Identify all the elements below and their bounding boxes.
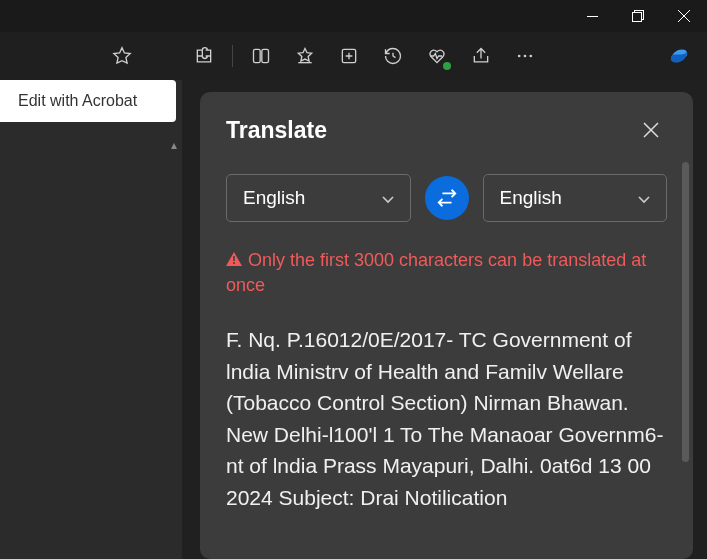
chevron-down-icon xyxy=(382,187,394,209)
svg-rect-3 xyxy=(262,49,269,62)
split-screen-icon[interactable] xyxy=(241,36,281,76)
browser-toolbar xyxy=(0,32,707,80)
extensions-icon[interactable] xyxy=(184,36,224,76)
swap-languages-button[interactable] xyxy=(425,176,469,220)
copilot-icon[interactable] xyxy=(663,40,695,72)
chevron-down-icon xyxy=(638,187,650,209)
language-selector-row: English English xyxy=(226,174,667,222)
translate-title: Translate xyxy=(226,117,327,144)
favorites-list-icon[interactable] xyxy=(285,36,325,76)
share-icon[interactable] xyxy=(461,36,501,76)
minimize-button[interactable] xyxy=(569,0,615,32)
panel-scrollbar[interactable] xyxy=(682,162,689,462)
warning-text: Only the first 3000 characters can be tr… xyxy=(226,250,646,295)
source-text[interactable]: F. Nq. P.16012/0E/2017- TC Government of… xyxy=(226,324,667,513)
scroll-up-arrow-icon[interactable]: ▴ xyxy=(171,138,177,152)
svg-rect-1 xyxy=(633,13,642,22)
from-language-label: English xyxy=(243,187,305,209)
edit-acrobat-button[interactable]: Edit with Acrobat xyxy=(0,80,176,122)
window-controls xyxy=(0,0,707,32)
collections-icon[interactable] xyxy=(329,36,369,76)
translate-panel: Translate English English xyxy=(200,92,693,559)
svg-point-7 xyxy=(530,55,533,58)
history-icon[interactable] xyxy=(373,36,413,76)
from-language-select[interactable]: English xyxy=(226,174,411,222)
maximize-button[interactable] xyxy=(615,0,661,32)
close-button[interactable] xyxy=(661,0,707,32)
performance-heart-icon[interactable] xyxy=(417,36,457,76)
character-limit-warning: Only the first 3000 characters can be tr… xyxy=(226,248,667,298)
svg-point-5 xyxy=(518,55,521,58)
to-language-label: English xyxy=(500,187,562,209)
svg-rect-2 xyxy=(254,49,261,62)
pdf-sidebar: Edit with Acrobat ▴ xyxy=(0,80,182,559)
close-translate-button[interactable] xyxy=(635,114,667,146)
warning-triangle-icon xyxy=(226,248,242,273)
svg-point-8 xyxy=(233,262,235,264)
sidebar-scrollbar[interactable]: ▴ xyxy=(166,138,182,152)
more-menu-icon[interactable] xyxy=(505,36,545,76)
to-language-select[interactable]: English xyxy=(483,174,668,222)
favorite-star-icon[interactable] xyxy=(102,36,142,76)
svg-point-6 xyxy=(524,55,527,58)
